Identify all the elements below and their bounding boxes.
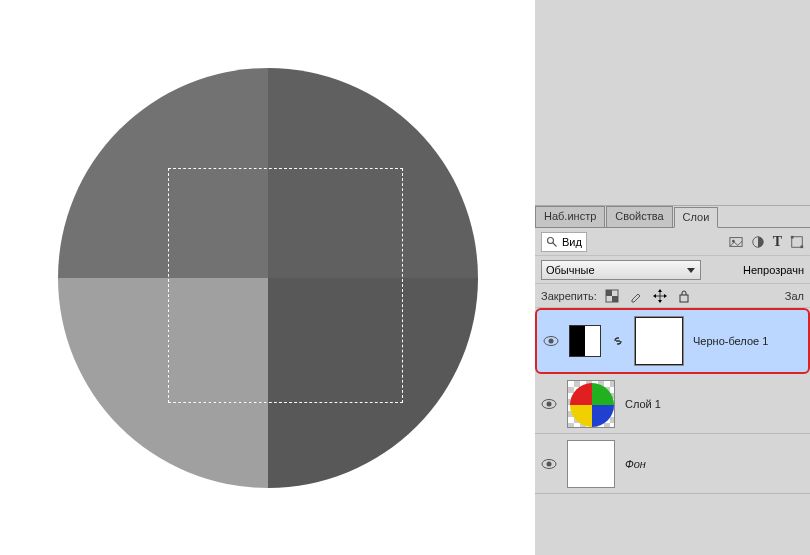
visibility-toggle-icon[interactable] (541, 398, 557, 410)
layer-row-background[interactable]: Фон (535, 434, 810, 494)
visibility-toggle-icon[interactable] (543, 335, 559, 347)
layer-row-layer1[interactable]: Слой 1 (535, 374, 810, 434)
svg-point-22 (547, 401, 552, 406)
svg-rect-7 (801, 245, 804, 248)
filter-adjust-icon[interactable] (751, 235, 765, 249)
filter-text-icon[interactable]: T (773, 234, 782, 250)
svg-rect-10 (606, 290, 612, 296)
svg-marker-8 (687, 268, 695, 273)
lock-pixels-icon[interactable] (605, 289, 619, 303)
blend-mode-value: Обычные (546, 264, 595, 276)
filter-shape-icon[interactable] (790, 235, 804, 249)
svg-point-24 (547, 461, 552, 466)
svg-marker-16 (653, 294, 656, 298)
panel-tabs: Наб.инстр Свойства Слои (535, 206, 810, 228)
artwork-circle (58, 68, 478, 488)
quadrant-bottom-left (58, 278, 268, 488)
blend-mode-select[interactable]: Обычные (541, 260, 701, 280)
quadrant-top-right (268, 68, 478, 278)
svg-marker-15 (658, 300, 662, 303)
svg-point-20 (549, 339, 554, 344)
svg-marker-14 (658, 289, 662, 292)
svg-rect-18 (680, 295, 688, 302)
layer-filter-dropdown[interactable]: Вид (541, 232, 587, 252)
chevron-down-icon (686, 265, 696, 275)
svg-rect-11 (612, 296, 618, 302)
lock-all-icon[interactable] (677, 289, 691, 303)
svg-point-0 (548, 237, 554, 243)
quadrant-bottom-right (268, 278, 478, 488)
filter-label: Вид (562, 236, 582, 248)
tab-properties[interactable]: Свойства (606, 206, 672, 227)
layer-name[interactable]: Слой 1 (625, 398, 661, 410)
layer-filter-row: Вид T (535, 228, 810, 256)
svg-line-1 (553, 242, 557, 246)
lock-paint-icon[interactable] (629, 289, 643, 303)
svg-marker-17 (664, 294, 667, 298)
blend-row: Обычные Непрозрачн (535, 256, 810, 284)
opacity-label: Непрозрачн (743, 264, 804, 276)
layer-thumbnail[interactable] (567, 380, 615, 428)
layer-mask-thumbnail[interactable] (635, 317, 683, 365)
svg-rect-6 (791, 235, 794, 238)
tab-presets[interactable]: Наб.инстр (535, 206, 605, 227)
adjustment-thumbnail[interactable] (569, 325, 601, 357)
filter-icons: T (729, 234, 804, 250)
filter-image-icon[interactable] (729, 235, 743, 249)
lock-move-icon[interactable] (653, 289, 667, 303)
document-canvas[interactable] (13, 23, 523, 533)
layer-name[interactable]: Фон (625, 458, 646, 470)
lock-label: Закрепить: (541, 290, 597, 302)
visibility-toggle-icon[interactable] (541, 458, 557, 470)
fill-label: Зал (785, 290, 804, 302)
layer-name[interactable]: Черно-белое 1 (693, 335, 768, 347)
layer-thumbnail[interactable] (567, 440, 615, 488)
tab-layers[interactable]: Слои (674, 207, 719, 228)
panel-spacer (535, 0, 810, 205)
layer-row-adjustment[interactable]: Черно-белое 1 (535, 308, 810, 374)
side-panel: Наб.инстр Свойства Слои Вид T Обычные (535, 0, 810, 555)
lock-row: Закрепить: Зал (535, 284, 810, 308)
canvas-area[interactable] (0, 0, 535, 555)
layers-panel: Наб.инстр Свойства Слои Вид T Обычные (535, 205, 810, 555)
search-icon (546, 236, 558, 248)
link-icon[interactable] (611, 334, 625, 348)
quadrant-top-left (58, 68, 268, 278)
layers-list: Черно-белое 1 Слой 1 (535, 308, 810, 555)
